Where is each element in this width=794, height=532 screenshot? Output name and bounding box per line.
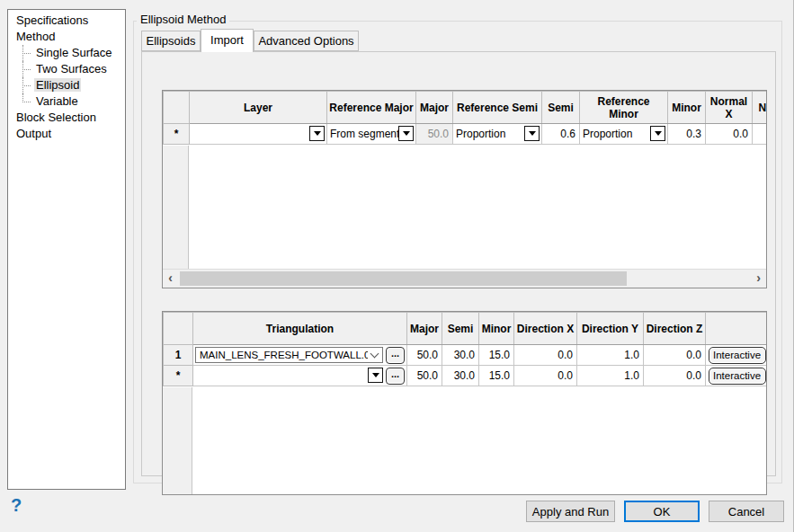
column-header-major: Major	[416, 92, 453, 124]
column-header-reference-minor: Reference Minor	[580, 92, 668, 124]
triangulation-dropdown-icon[interactable]	[368, 368, 383, 383]
cancel-button[interactable]: Cancel	[709, 501, 784, 522]
column-header-minor: Minor	[479, 313, 514, 345]
ok-button[interactable]: OK	[624, 501, 700, 522]
browse-button[interactable]: ...	[386, 347, 405, 364]
minor-cell[interactable]: 15.0	[479, 345, 514, 366]
column-header-corner	[164, 313, 193, 345]
row-header-new: *	[164, 366, 193, 386]
import-tab-page: Layer Reference Major Major Reference Se…	[141, 51, 776, 476]
column-header-semi: Semi	[542, 92, 580, 124]
reference-minor-dropdown-icon[interactable]	[650, 126, 665, 141]
scrollbar-thumb[interactable]	[180, 271, 627, 286]
column-header-normal-y-clipped: No	[753, 92, 768, 124]
tab-advanced-options[interactable]: Advanced Options	[254, 31, 359, 51]
reference-major-dropdown-icon[interactable]	[398, 126, 414, 141]
tree-item-specifications[interactable]: Specifications	[8, 13, 125, 29]
help-icon[interactable]: ?	[11, 495, 22, 516]
column-header-corner	[164, 92, 190, 124]
reference-semi-dropdown-icon[interactable]	[524, 126, 540, 141]
row-header-new: *	[164, 124, 190, 145]
scroll-left-icon[interactable]: ‹	[163, 270, 178, 288]
semi-cell[interactable]: 30.0	[442, 366, 479, 386]
semi-cell[interactable]: 30.0	[442, 345, 479, 366]
new-row: * ... 50.0 30.0 15.0 0.0 1.0 0.0	[164, 366, 768, 386]
tree-item-two-surfaces[interactable]: Two Surfaces	[8, 61, 125, 77]
major-cell[interactable]: 50.0	[407, 366, 442, 386]
column-header-layer: Layer	[190, 92, 327, 124]
layer-dropdown-icon[interactable]	[309, 126, 325, 141]
action-cell: Interactive	[706, 366, 768, 386]
horizontal-scrollbar[interactable]: ‹ ›	[163, 269, 766, 288]
apply-and-run-button[interactable]: Apply and Run	[526, 501, 615, 522]
column-header-reference-major: Reference Major	[327, 92, 416, 124]
triangulation-grid: Triangulation Major Semi Minor Direction…	[162, 311, 767, 495]
ellipsoid-method-groupbox: Ellipsoid Method Ellipsoids Import Advan…	[133, 21, 782, 483]
reference-major-cell[interactable]: From segment	[327, 124, 416, 145]
reference-semi-cell[interactable]: Proportion	[453, 124, 542, 145]
ellipsoid-method-dialog: Specifications Method Single Surface Two…	[0, 0, 794, 532]
specifications-tree: Specifications Method Single Surface Two…	[7, 9, 126, 490]
tree-item-variable[interactable]: Variable	[8, 93, 125, 110]
column-header-triangulation: Triangulation	[193, 313, 407, 345]
browse-button[interactable]: ...	[386, 368, 405, 385]
tree-item-ellipsoid[interactable]: Ellipsoid	[8, 77, 125, 93]
major-cell[interactable]: 50.0	[407, 345, 442, 366]
normal-x-cell[interactable]: 0.0	[706, 124, 753, 145]
segment-import-grid: Layer Reference Major Major Reference Se…	[162, 90, 767, 288]
direction-y-cell[interactable]: 1.0	[577, 366, 644, 386]
column-header-minor: Minor	[668, 92, 706, 124]
row-header-stub	[163, 387, 192, 494]
column-header-direction-z: Direction Z	[644, 313, 706, 345]
column-header-major: Major	[407, 313, 442, 345]
row-header-stub	[163, 146, 189, 269]
interactive-button[interactable]: Interactive	[709, 347, 766, 364]
column-header-direction-y: Direction Y	[577, 313, 644, 345]
new-row: * From segment 50.0 Proportion	[164, 124, 768, 145]
column-header-reference-semi: Reference Semi	[453, 92, 542, 124]
direction-z-cell[interactable]: 0.0	[644, 366, 706, 386]
tab-import[interactable]: Import	[201, 29, 254, 52]
tree-item-block-selection[interactable]: Block Selection	[8, 110, 125, 126]
chevron-down-icon	[370, 350, 379, 359]
column-header-direction-x: Direction X	[514, 313, 577, 345]
minor-cell[interactable]: 0.3	[668, 124, 706, 145]
tree-item-method[interactable]: Method	[8, 29, 125, 45]
action-cell: Interactive	[706, 345, 768, 366]
scroll-right-icon[interactable]: ›	[751, 270, 766, 288]
row-header-1: 1	[164, 345, 193, 366]
minor-cell[interactable]: 15.0	[479, 366, 514, 386]
triangulation-cell: MAIN_LENS_FRESH_FOOTWALL.00t ...	[193, 345, 407, 366]
triangulation-combobox[interactable]: MAIN_LENS_FRESH_FOOTWALL.00t	[195, 347, 383, 363]
table-row: 1 MAIN_LENS_FRESH_FOOTWALL.00t ... 50.0 …	[164, 345, 768, 366]
layer-cell[interactable]	[190, 124, 327, 145]
tab-ellipsoids[interactable]: Ellipsoids	[141, 31, 201, 51]
groupbox-title: Ellipsoid Method	[137, 13, 229, 26]
reference-minor-cell[interactable]: Proportion	[580, 124, 668, 145]
direction-x-cell[interactable]: 0.0	[514, 366, 577, 386]
tree-item-single-surface[interactable]: Single Surface	[8, 45, 125, 61]
direction-y-cell[interactable]: 1.0	[577, 345, 644, 366]
column-header-normal-x: Normal X	[706, 92, 753, 124]
column-header-semi: Semi	[442, 313, 479, 345]
column-header-action	[706, 313, 768, 345]
triangulation-cell: ...	[193, 366, 407, 386]
semi-cell[interactable]: 0.6	[542, 124, 580, 145]
major-cell: 50.0	[416, 124, 453, 145]
normal-y-cell-clipped[interactable]	[753, 124, 768, 145]
tree-item-output[interactable]: Output	[8, 126, 125, 142]
interactive-button[interactable]: Interactive	[709, 368, 766, 385]
direction-x-cell[interactable]: 0.0	[514, 345, 577, 366]
direction-z-cell[interactable]: 0.0	[644, 345, 706, 366]
